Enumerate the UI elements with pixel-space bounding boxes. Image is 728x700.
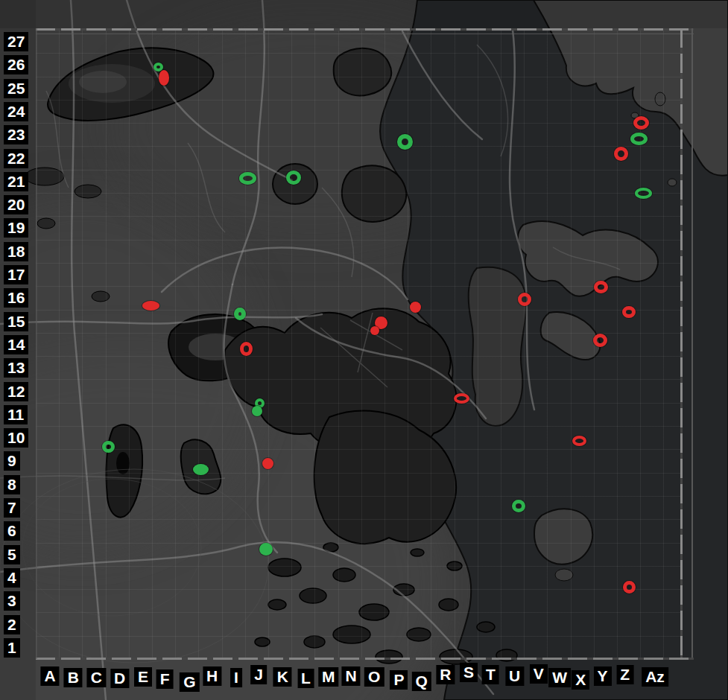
- column-label-V: V: [530, 664, 548, 684]
- row-label-5: 5: [4, 545, 20, 564]
- row-label-15: 15: [4, 312, 28, 331]
- column-label-D: D: [110, 669, 129, 688]
- column-label-E: E: [134, 667, 152, 687]
- marker-green-25: [193, 464, 209, 475]
- marker-green-24: [102, 441, 115, 453]
- row-label-21: 21: [4, 172, 28, 191]
- marker-green-17: [252, 406, 262, 416]
- marker-red-10: [142, 301, 159, 311]
- marker-red-20: [622, 306, 636, 318]
- row-label-6: 6: [4, 521, 20, 541]
- row-label-1: 1: [4, 638, 20, 658]
- marker-red-2: [159, 70, 169, 86]
- marker-green-7: [630, 133, 648, 145]
- row-label-18: 18: [4, 242, 28, 261]
- column-label-J: J: [250, 665, 267, 684]
- row-label-27: 27: [4, 32, 28, 51]
- marker-red-12: [240, 342, 253, 356]
- marker-green-3: [239, 172, 256, 185]
- row-label-9: 9: [4, 451, 20, 471]
- column-label-P: P: [390, 670, 408, 690]
- row-label-8: 8: [4, 475, 20, 494]
- column-label-M: M: [318, 667, 339, 687]
- marker-green-29: [259, 543, 273, 556]
- marker-red-18: [518, 293, 531, 306]
- marker-red-8: [614, 147, 628, 161]
- column-label-K: K: [273, 667, 292, 687]
- column-label-O: O: [364, 667, 384, 687]
- column-label-S: S: [460, 663, 478, 682]
- marker-red-22: [454, 393, 469, 404]
- row-label-16: 16: [4, 288, 28, 308]
- marker-green-9: [635, 188, 652, 199]
- column-label-U: U: [505, 666, 524, 686]
- row-label-17: 17: [4, 265, 28, 284]
- marker-green-27: [512, 500, 525, 512]
- marker-red-6: [633, 116, 649, 130]
- marker-red-15: [370, 326, 379, 335]
- column-label-Z: Z: [616, 665, 633, 684]
- marker-green-11: [234, 308, 246, 320]
- column-label-H: H: [203, 666, 221, 686]
- row-label-19: 19: [4, 218, 28, 238]
- map-art: [0, 0, 728, 700]
- marker-red-21: [593, 334, 607, 347]
- row-label-23: 23: [4, 125, 28, 144]
- column-label-T: T: [482, 665, 499, 684]
- row-label-25: 25: [4, 79, 28, 98]
- row-label-22: 22: [4, 149, 28, 168]
- column-label-Q: Q: [412, 672, 431, 691]
- row-label-4: 4: [4, 568, 20, 588]
- marker-red-19: [594, 281, 608, 293]
- column-label-W: W: [548, 668, 571, 687]
- row-label-10: 10: [4, 428, 28, 448]
- marker-green-4: [286, 171, 301, 185]
- column-label-N: N: [341, 666, 360, 686]
- row-label-14: 14: [4, 335, 28, 354]
- column-label-B: B: [64, 668, 83, 687]
- marker-red-23: [572, 436, 586, 446]
- map-canvas: 2726252423222120191817161514131211109876…: [0, 0, 728, 700]
- row-label-12: 12: [4, 382, 28, 401]
- marker-red-26: [262, 458, 273, 469]
- marker-red-28: [623, 581, 636, 594]
- column-label-Az: Az: [642, 667, 668, 687]
- row-label-3: 3: [4, 591, 20, 611]
- row-label-26: 26: [4, 55, 28, 74]
- row-label-20: 20: [4, 195, 28, 214]
- column-label-C: C: [87, 668, 106, 687]
- column-label-G: G: [180, 672, 199, 692]
- row-label-24: 24: [4, 102, 28, 121]
- column-label-F: F: [156, 669, 174, 689]
- row-label-13: 13: [4, 358, 28, 378]
- column-label-X: X: [572, 670, 589, 690]
- row-label-2: 2: [4, 615, 20, 634]
- marker-green-5: [397, 134, 413, 150]
- column-label-R: R: [436, 665, 455, 684]
- marker-red-13: [410, 302, 421, 313]
- column-label-I: I: [230, 668, 242, 687]
- column-label-L: L: [297, 669, 314, 688]
- row-label-7: 7: [4, 498, 20, 518]
- column-label-A: A: [40, 666, 59, 686]
- row-label-11: 11: [4, 405, 28, 424]
- column-label-Y: Y: [594, 666, 612, 686]
